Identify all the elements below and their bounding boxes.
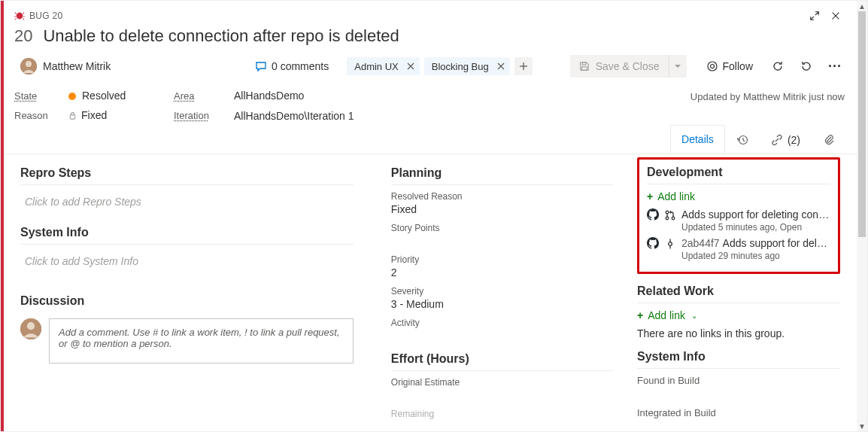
dev-link-title: 2ab44f7Adds support for deleting ... — [681, 237, 830, 249]
more-actions-button[interactable]: ··· — [824, 55, 846, 78]
story-points-value[interactable] — [391, 235, 613, 247]
expand-button[interactable] — [804, 7, 825, 25]
svg-line-2 — [15, 13, 17, 14]
story-points-label: Story Points — [391, 223, 613, 233]
reason-value[interactable]: Fixed — [68, 109, 174, 122]
state-value[interactable]: Resolved — [68, 90, 174, 102]
follow-button[interactable]: Follow — [699, 55, 760, 78]
dev-link-item[interactable]: 2ab44f7Adds support for deleting ... Upd… — [647, 237, 830, 261]
development-title: Development — [647, 166, 830, 184]
scroll-down-arrow[interactable]: ▼ — [857, 421, 867, 431]
priority-value[interactable]: 2 — [391, 266, 613, 278]
right-sysinfo-title: System Info — [637, 350, 840, 369]
system-info-input[interactable]: Click to add System Info — [20, 251, 354, 281]
add-dev-link-button[interactable]: + Add link — [647, 190, 830, 202]
plus-icon: + — [647, 190, 653, 202]
svg-point-25 — [27, 322, 35, 330]
resolved-reason-label: Resolved Reason — [391, 191, 613, 202]
state-dot-icon — [68, 93, 76, 100]
save-close-caret[interactable] — [669, 55, 687, 78]
scroll-thumb[interactable] — [858, 11, 866, 237]
planning-title: Planning — [391, 166, 613, 185]
github-icon — [647, 208, 659, 221]
tag-remove-icon[interactable] — [405, 60, 417, 72]
work-item-type-label: BUG 20 — [29, 11, 63, 21]
comments-button[interactable]: 0 comments — [247, 57, 336, 75]
pull-request-icon — [665, 210, 675, 221]
svg-point-20 — [708, 62, 717, 71]
dev-link-subtitle: Updated 5 minutes ago, Open — [681, 222, 830, 233]
save-close-button: Save & Close — [570, 55, 687, 78]
svg-point-11 — [26, 61, 32, 67]
tab-history[interactable] — [725, 125, 760, 154]
attachment-icon — [823, 134, 835, 146]
watch-icon — [706, 60, 718, 72]
work-item-id: 20 — [14, 26, 32, 46]
revert-button[interactable] — [795, 55, 818, 78]
svg-rect-18 — [582, 62, 585, 65]
dev-link-subtitle: Updated 29 minutes ago — [681, 251, 830, 261]
found-in-build-value[interactable] — [637, 388, 840, 400]
remaining-label: Remaining — [391, 409, 613, 419]
add-tag-button[interactable] — [514, 57, 533, 75]
found-in-build-label: Found in Build — [637, 375, 840, 386]
state-label: State — [14, 90, 68, 102]
assignee-picker[interactable]: Matthew Mitrik — [14, 55, 232, 78]
related-work-title: Related Work — [637, 284, 840, 303]
tab-links[interactable]: (2) — [760, 125, 812, 154]
activity-label: Activity — [391, 318, 613, 328]
repro-steps-input[interactable]: Click to add Repro Steps — [20, 191, 354, 221]
tab-attachments[interactable] — [812, 125, 846, 154]
updated-by-text: Updated by Matthew Mitrik just now — [469, 90, 846, 122]
svg-point-28 — [672, 217, 675, 220]
effort-title: Effort (Hours) — [391, 352, 613, 371]
refresh-button[interactable] — [766, 55, 789, 78]
github-icon — [647, 237, 659, 249]
svg-point-21 — [710, 65, 714, 68]
activity-value[interactable] — [391, 330, 613, 342]
plus-icon: + — [637, 309, 643, 321]
scroll-up-arrow[interactable]: ▲ — [857, 1, 867, 11]
dev-link-title: Adds support for deleting connecti... — [681, 208, 830, 221]
history-icon — [736, 134, 748, 146]
svg-point-29 — [669, 242, 672, 246]
comment-input[interactable]: Add a comment. Use # to link a work item… — [49, 318, 354, 364]
tag-admin-ux[interactable]: Admin UX — [347, 57, 420, 75]
bug-type-icon — [14, 11, 25, 21]
vertical-scrollbar[interactable]: ▲ ▼ — [857, 1, 867, 431]
tag-blocking-bug[interactable]: Blocking Bug — [424, 57, 510, 75]
iteration-value[interactable]: AllHandsDemo\Iteration 1 — [234, 110, 466, 122]
link-icon — [771, 134, 783, 146]
svg-point-1 — [18, 12, 21, 15]
reason-label: Reason — [14, 110, 68, 121]
priority-label: Priority — [391, 254, 613, 265]
dev-link-item[interactable]: Adds support for deleting connecti... Up… — [647, 208, 830, 233]
area-value[interactable]: AllHandsDemo — [234, 90, 466, 102]
assignee-name: Matthew Mitrik — [43, 60, 111, 72]
svg-point-27 — [666, 217, 669, 220]
save-icon — [579, 61, 590, 71]
svg-line-7 — [23, 19, 24, 20]
svg-line-3 — [23, 13, 24, 14]
work-item-title[interactable]: Unable to delete connection after repo i… — [43, 26, 399, 46]
original-estimate-value[interactable] — [391, 389, 613, 401]
resolved-reason-value[interactable]: Fixed — [391, 203, 613, 215]
severity-label: Severity — [391, 286, 613, 297]
svg-line-6 — [15, 19, 17, 20]
close-button[interactable] — [825, 7, 846, 25]
iteration-label: Iteration — [174, 110, 234, 121]
area-label: Area — [174, 90, 234, 102]
commit-icon — [665, 239, 675, 249]
system-info-title: System Info — [20, 226, 354, 245]
integrated-in-build-label: Integrated in Build — [637, 407, 840, 418]
svg-point-26 — [666, 211, 669, 214]
svg-rect-22 — [70, 115, 74, 120]
development-section-highlight: Development + Add link — [637, 157, 840, 274]
original-estimate-label: Original Estimate — [391, 377, 613, 388]
tab-details[interactable]: Details — [670, 125, 725, 154]
severity-value[interactable]: 3 - Medium — [391, 298, 613, 310]
add-related-link-button[interactable]: + Add link ⌄ — [637, 309, 840, 321]
tag-remove-icon[interactable] — [495, 60, 507, 72]
discussion-title: Discussion — [20, 294, 354, 312]
lock-icon — [68, 110, 77, 122]
